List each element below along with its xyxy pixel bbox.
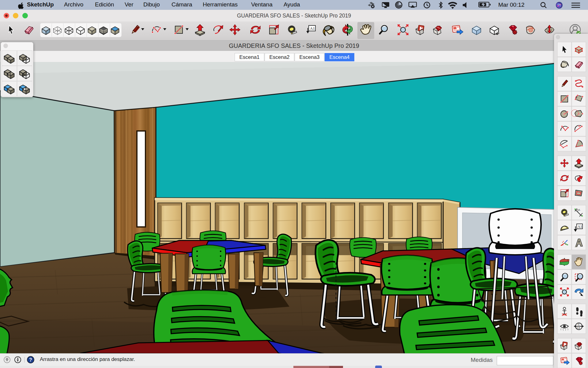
svg-text:A-B: A-B — [576, 327, 580, 329]
svg-text:A1: A1 — [578, 224, 582, 229]
svg-text:?: ? — [29, 357, 32, 362]
svg-text:C: C — [578, 323, 580, 326]
svg-text:A1: A1 — [310, 26, 315, 31]
